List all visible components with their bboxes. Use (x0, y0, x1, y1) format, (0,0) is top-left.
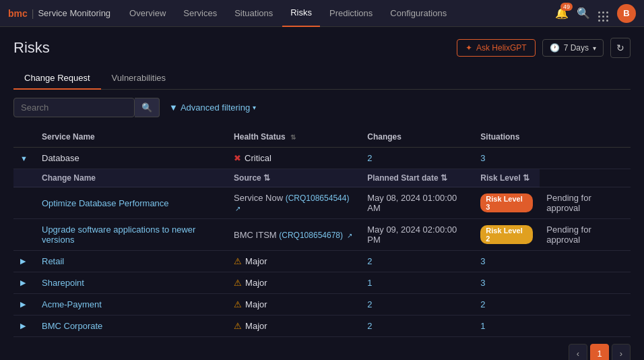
nav-overview[interactable]: Overview (121, 0, 174, 27)
service-name-database: Database (42, 153, 79, 163)
source-cell-2: BMC ITSM (CRQ108654678) ↗ (227, 219, 360, 251)
major-icon-sharepoint: ⚠ (234, 278, 242, 288)
chevron-right-icon: ▶ (20, 300, 26, 308)
col-changes: Changes (360, 127, 474, 148)
status-critical: ✖ Critical (234, 153, 271, 163)
change-name-link-1[interactable]: Optimize Database Performance (42, 198, 169, 208)
health-status-cell-bmc: ⚠ Major (227, 316, 360, 337)
avatar[interactable]: B (617, 4, 636, 23)
source-cell-1: Service Now (CRQ108654544) ↗ (227, 187, 360, 219)
external-link-icon-1: ↗ (235, 205, 240, 212)
major-icon-bmc: ⚠ (234, 321, 242, 331)
service-name-acme[interactable]: Acme-Payment (42, 299, 102, 309)
grid-icon[interactable] (598, 4, 609, 22)
risk-level-cell-1: Risk Level 3 (474, 187, 540, 219)
status-major-acme: ⚠ Major (234, 299, 267, 309)
risk-level-cell-2: Risk Level 2 (474, 219, 540, 251)
service-name-cell-retail: Retail (35, 251, 227, 272)
main-content: Risks ✦ Ask HelixGPT 🕐 7 Days ▾ ↻ Change… (0, 27, 644, 360)
planned-start-cell-1: May 08, 2024 01:00:00 AM (360, 187, 474, 219)
risks-table: Service Name Health Status ⇅ Changes Sit… (13, 127, 631, 337)
nav-predictions[interactable]: Predictions (321, 0, 381, 27)
tab-vulnerabilities[interactable]: Vulnerabilities (101, 67, 176, 90)
sub-col-planned-start: Planned Start date ⇅ (360, 169, 474, 187)
situations-count-sharepoint: 3 (480, 278, 485, 288)
refresh-button[interactable]: ↻ (610, 38, 631, 58)
sub-col-source: Source ⇅ (227, 169, 360, 187)
advanced-filter-button[interactable]: ▼ Advanced filtering ▾ (166, 98, 259, 117)
timerange-button[interactable]: 🕐 7 Days ▾ (542, 39, 604, 57)
planned-start-cell-2: May 09, 2024 02:00:00 PM (360, 219, 474, 251)
planned-sort-icon: ⇅ (441, 173, 447, 183)
expand-cell[interactable]: ▼ (13, 148, 35, 169)
changes-count-sharepoint: 1 (367, 278, 372, 288)
page-1-label: 1 (597, 349, 602, 359)
situations-count-acme: 2 (480, 299, 485, 309)
change-name-link-2[interactable]: Upgrade software applications to newer v… (42, 224, 195, 245)
table-row: Optimize Database Performance Service No… (13, 187, 631, 219)
search-input[interactable] (13, 98, 135, 117)
filter-label: Advanced filtering (181, 102, 250, 113)
search-button[interactable]: 🔍 (135, 98, 160, 117)
chevron-right-icon: ▶ (20, 322, 26, 330)
situations-cell-bmc[interactable]: 1 (474, 316, 540, 337)
service-name-cell-acme: Acme-Payment (35, 294, 227, 316)
chevron-down-icon: ▾ (593, 44, 596, 52)
source-sort-icon: ⇅ (263, 173, 270, 183)
topnav: bmc | Service Monitoring Overview Servic… (0, 0, 644, 27)
search-icon[interactable]: 🔍 (577, 7, 590, 20)
external-link-icon-2: ↗ (347, 232, 352, 239)
col-situations: Situations (474, 127, 540, 148)
prev-page-button[interactable]: ‹ (569, 344, 587, 360)
situations-cell-acme[interactable]: 2 (474, 294, 540, 316)
page-1-button[interactable]: 1 (590, 344, 609, 360)
table-row: ▶ Retail ⚠ Major 2 3 (13, 251, 631, 272)
changes-count-bmc: 2 (367, 321, 372, 331)
changes-cell[interactable]: 2 (360, 148, 474, 169)
tab-change-request[interactable]: Change Request (13, 67, 101, 90)
helix-gpt-button[interactable]: ✦ Ask HelixGPT (457, 39, 536, 57)
changes-cell-retail[interactable]: 2 (360, 251, 474, 272)
next-page-button[interactable]: › (612, 344, 631, 360)
crq-link-1[interactable]: (CRQ108654544) (286, 193, 350, 203)
service-name-cell-bmc: BMC Corporate (35, 316, 227, 337)
col-health-status: Health Status ⇅ (227, 127, 360, 148)
situations-cell[interactable]: 3 (474, 148, 540, 169)
product-title: Service Monitoring (38, 8, 110, 18)
nav-actions: 🔔 49 🔍 B (555, 4, 636, 23)
table-row: ▶ Sharepoint ⚠ Major 1 (13, 272, 631, 294)
expand-cell-sharepoint[interactable]: ▶ (13, 272, 35, 294)
header-actions: ✦ Ask HelixGPT 🕐 7 Days ▾ ↻ (457, 38, 631, 58)
status-cell-2: Pending for approval (540, 219, 631, 251)
service-name-retail[interactable]: Retail (42, 256, 64, 266)
notifications-icon[interactable]: 🔔 49 (555, 7, 569, 20)
crq-link-2[interactable]: (CRQ108654678) (279, 231, 343, 240)
helix-gpt-label: Ask HelixGPT (476, 43, 527, 53)
changes-cell-acme[interactable]: 2 (360, 294, 474, 316)
changes-cell-bmc[interactable]: 2 (360, 316, 474, 337)
expand-cell-retail[interactable]: ▶ (13, 251, 35, 272)
situations-cell-retail[interactable]: 3 (474, 251, 540, 272)
nav-configurations[interactable]: Configurations (382, 0, 455, 27)
health-sort-icon: ⇅ (290, 133, 296, 141)
changes-cell-sharepoint[interactable]: 1 (360, 272, 474, 294)
table-row: ▼ Database ✖ Critical 2 (13, 148, 631, 169)
filter-row: 🔍 ▼ Advanced filtering ▾ (13, 98, 631, 117)
search-wrap: 🔍 (13, 98, 160, 117)
service-name-sharepoint[interactable]: Sharepoint (42, 278, 84, 288)
status-cell-1: Pending for approval (540, 187, 631, 219)
sub-col-risk-level: Risk Level ⇅ (474, 169, 540, 187)
expand-cell-acme[interactable]: ▶ (13, 294, 35, 316)
nav-services[interactable]: Services (175, 0, 225, 27)
nav-risks[interactable]: Risks (282, 0, 320, 27)
expand-cell-bmc[interactable]: ▶ (13, 316, 35, 337)
pagination: ‹ 1 › (13, 337, 631, 360)
nav-situations[interactable]: Situations (226, 0, 281, 27)
situations-cell-sharepoint[interactable]: 3 (474, 272, 540, 294)
main-nav: Overview Services Situations Risks Predi… (121, 0, 555, 27)
health-status-cell-sharepoint: ⚠ Major (227, 272, 360, 294)
chevron-right-icon: ▶ (20, 257, 26, 265)
change-name-cell: Optimize Database Performance (35, 187, 227, 219)
service-name-bmc[interactable]: BMC Corporate (42, 321, 102, 331)
status-text-1: Pending for approval (546, 193, 591, 213)
